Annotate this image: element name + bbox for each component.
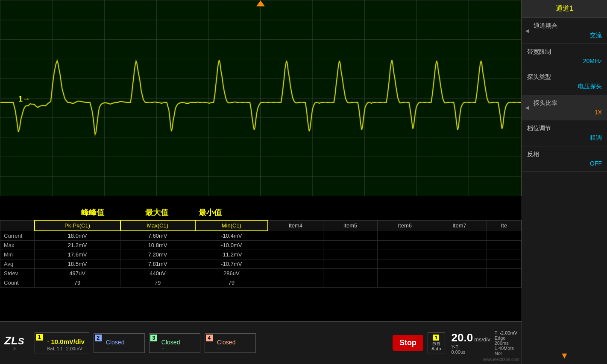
cell-max-pkpk: 21.2mV <box>35 241 120 250</box>
cell-max-min: -10.0mV <box>195 241 268 250</box>
stop-button[interactable]: Stop <box>393 335 423 351</box>
trigger-info: T -2.00mV Edge 280ms 1.40Mpts Nor <box>495 330 517 356</box>
probe-ratio-value: 1X <box>527 109 602 116</box>
cell-current-min: -10.4mV <box>195 231 268 241</box>
ch2-sub: -- <box>106 346 140 351</box>
table-header-item6: Item6 <box>378 220 432 231</box>
cell-avg-item8 <box>487 259 521 269</box>
ch1-bwl-value: 2.00mV <box>66 346 82 351</box>
cell-count-pkpk: 79 <box>35 278 120 288</box>
time-unit: ms/div <box>474 336 490 343</box>
cell-current-item4 <box>268 231 323 241</box>
cell-max-item5 <box>323 241 378 250</box>
row-label-max: Max <box>0 241 35 250</box>
position-label: 档位调节 <box>527 125 602 132</box>
cell-stdev-item6 <box>378 269 432 278</box>
ch1-bwl-ratio: 1:1 <box>57 347 63 351</box>
cell-current-item6 <box>378 231 432 241</box>
down-arrow-icon: ▼ <box>522 347 607 364</box>
right-panel-coupling[interactable]: ◄ 通道耦合 交流 <box>522 18 607 44</box>
time-value: 20.0 <box>452 331 473 344</box>
right-panel: 通道1 ◄ 通道耦合 交流 带宽限制 20MHz 探头类型 电压探头 ◄ 探头比… <box>522 0 607 364</box>
table-header-item7: Item7 <box>432 220 487 231</box>
cell-count-item6 <box>378 278 432 288</box>
cell-stdev-pkpk: 497uV <box>35 269 120 278</box>
channel4-block[interactable]: 4 Closed -- <box>205 333 256 353</box>
cell-current-max: 7.60mV <box>120 231 195 241</box>
table-header-pkpk: Pk-Pk(C1) <box>35 220 120 231</box>
cell-count-item7 <box>432 278 487 288</box>
table-header-empty <box>0 220 35 231</box>
right-panel-probe-type[interactable]: 探头类型 电压探头 <box>522 69 607 95</box>
cell-stdev-item5 <box>323 269 378 278</box>
ch3-label: Closed <box>161 339 196 346</box>
row-label-stdev: Stdev <box>0 269 35 278</box>
right-panel-spacer <box>522 172 607 347</box>
table-row: Max 21.2mV 10.8mV -10.0mV <box>0 241 522 250</box>
row-label-avg: Avg <box>0 259 35 269</box>
ch3-sub: -- <box>161 346 196 351</box>
min-label: 最小值 <box>199 207 222 218</box>
ch2-label: Closed <box>106 339 140 346</box>
channel3-block[interactable]: 3 Closed -- <box>149 333 200 353</box>
cell-min-max: 7.20mV <box>120 250 195 259</box>
ch4-label: Closed <box>217 339 251 346</box>
max-label: 最大值 <box>145 207 168 218</box>
probe-ratio-arrow-icon: ◄ <box>524 104 530 111</box>
cell-min-item4 <box>268 250 323 259</box>
cell-stdev-max: 440uV <box>120 269 195 278</box>
cell-stdev-item7 <box>432 269 487 278</box>
table-row: Count 79 79 79 <box>0 278 522 288</box>
brand-name: ZLS <box>4 335 24 346</box>
scope-grid-svg: 1→ <box>0 0 521 196</box>
cell-avg-max: 7.81mV <box>120 259 195 269</box>
row-label-count: Count <box>0 278 35 288</box>
table-header-item5: Item5 <box>323 220 378 231</box>
table-row: Avg 18.5mV 7.81mV -10.7mV <box>0 259 522 269</box>
cell-avg-item6 <box>378 259 432 269</box>
trigger-mpts: 1.40Mpts <box>495 346 517 351</box>
right-panel-position[interactable]: 档位调节 粗调 <box>522 120 607 146</box>
trigger-mode: Nor <box>495 351 517 356</box>
cell-max-item4 <box>268 241 323 250</box>
bandwidth-label: 带宽限制 <box>527 48 602 56</box>
cell-current-item5 <box>323 231 378 241</box>
cell-stdev-item4 <box>268 269 323 278</box>
cell-current-pkpk: 18.0mV <box>35 231 120 241</box>
coupling-arrow-icon: ◄ <box>524 27 530 34</box>
table-row: Stdev 497uV 440uV 286uV <box>0 269 522 278</box>
cell-current-item8 <box>487 231 521 241</box>
right-panel-bandwidth[interactable]: 带宽限制 20MHz <box>522 44 607 69</box>
trigger-edge: Edge <box>495 335 517 341</box>
ch4-sub: -- <box>217 346 251 351</box>
cell-avg-min: -10.7mV <box>195 259 268 269</box>
auto-label: Auto <box>431 346 441 351</box>
cell-min-item5 <box>323 250 378 259</box>
bandwidth-value: 20MHz <box>527 58 602 64</box>
probe-type-value: 电压探头 <box>527 83 602 90</box>
coupling-label: 通道耦合 <box>534 22 602 30</box>
cell-min-item8 <box>487 250 521 259</box>
invert-value: OFF <box>527 160 602 167</box>
cell-count-min: 79 <box>195 278 268 288</box>
main-area: 1→ 峰峰值 最大值 最小值 <box>0 0 522 364</box>
channel1-block[interactable]: 1 ～ 10.0mV/div BwL 1:1 2.00mV <box>35 332 89 353</box>
ch1-div-value: 10.0mV/div <box>51 338 84 345</box>
cell-min-pkpk: 17.6mV <box>35 250 120 259</box>
yt-label: Y-T <box>452 344 459 349</box>
cell-min-min: -11.2mV <box>195 250 268 259</box>
channel2-block[interactable]: 2 Closed -- <box>94 333 145 353</box>
cell-count-item5 <box>323 278 378 288</box>
channel1-number: 1 <box>36 334 43 341</box>
right-panel-invert[interactable]: 反相 OFF <box>522 146 607 172</box>
cell-stdev-item8 <box>487 269 521 278</box>
measurement-table: Pk-Pk(C1) Max(C1) Min(C1) Item4 Item5 It… <box>0 220 522 321</box>
time-info: 20.0 ms/div Y-T 0.00us <box>452 331 490 355</box>
ch1-wave-symbol: ～ <box>47 340 50 344</box>
svg-marker-18 <box>256 0 265 6</box>
cell-max-item7 <box>432 241 487 250</box>
coupling-value: 交流 <box>527 32 602 39</box>
brand-registered: ® <box>13 347 16 351</box>
invert-label: 反相 <box>527 151 602 158</box>
right-panel-probe-ratio[interactable]: ◄ 探头比率 1X <box>522 95 607 120</box>
